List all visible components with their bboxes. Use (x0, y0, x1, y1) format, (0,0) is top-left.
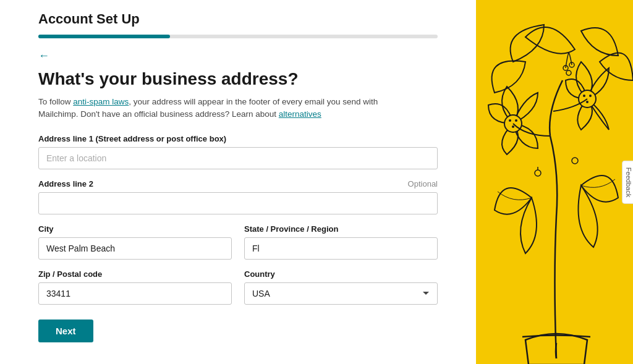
state-label: State / Province / Region (244, 224, 438, 234)
zip-label: Zip / Postal code (38, 269, 232, 279)
svg-point-12 (566, 70, 571, 75)
city-input[interactable] (38, 237, 232, 260)
address-line2-label: Address line 2 Optional (38, 179, 438, 188)
header: Account Set Up (0, 0, 476, 38)
address-line1-group: Address line 1 (Street address or post o… (38, 134, 438, 169)
svg-point-5 (583, 95, 585, 97)
state-input[interactable] (244, 237, 438, 260)
country-group: Country USA Canada United Kingdom Austra… (244, 269, 438, 305)
form-description: To follow anti-spam laws, your address w… (38, 96, 397, 121)
description-pre: To follow (38, 97, 73, 106)
form-content: ← What's your business address? To follo… (0, 38, 476, 364)
address-line2-group: Address line 2 Optional (38, 179, 438, 214)
floral-illustration (476, 0, 633, 364)
alternatives-link[interactable]: alternatives (279, 109, 321, 119)
form-heading: What's your business address? (38, 69, 438, 90)
svg-point-9 (572, 158, 578, 164)
svg-point-8 (535, 170, 541, 176)
next-button[interactable]: Next (38, 320, 93, 342)
svg-point-7 (586, 101, 588, 103)
address-line1-input[interactable] (38, 147, 438, 169)
address-line2-optional: Optional (408, 179, 438, 188)
address-line1-label: Address line 1 (Street address or post o… (38, 134, 438, 143)
country-select[interactable]: USA Canada United Kingdom Australia Othe… (244, 282, 438, 305)
left-panel: Account Set Up ← What's your business ad… (0, 0, 476, 364)
state-group: State / Province / Region (244, 224, 438, 260)
city-group: City (38, 224, 232, 260)
country-label: Country (244, 269, 438, 279)
zip-input[interactable] (38, 282, 232, 305)
back-button[interactable]: ← (38, 49, 49, 62)
svg-point-3 (512, 125, 514, 128)
svg-point-2 (515, 119, 517, 122)
feedback-tab[interactable]: Feedback (622, 160, 633, 203)
city-label: City (38, 224, 232, 234)
svg-point-1 (509, 119, 511, 122)
svg-point-6 (589, 95, 592, 97)
city-state-row: City State / Province / Region (38, 224, 438, 269)
right-panel: Feedback (476, 0, 633, 364)
address-line2-input[interactable] (38, 192, 438, 214)
page-title: Account Set Up (38, 11, 438, 27)
zip-group: Zip / Postal code (38, 269, 232, 305)
zip-country-row: Zip / Postal code Country USA Canada Uni… (38, 269, 438, 315)
anti-spam-link[interactable]: anti-spam laws (73, 97, 129, 106)
